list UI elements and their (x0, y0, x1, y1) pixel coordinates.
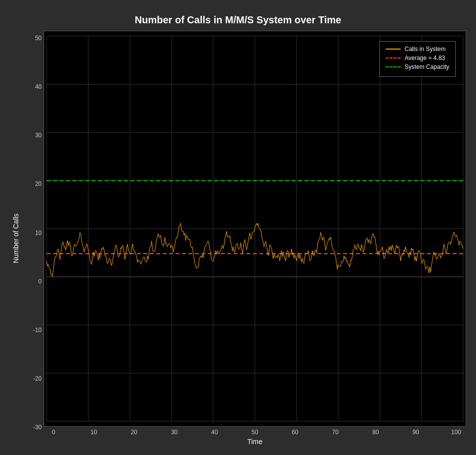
y-tick: 30 (35, 132, 42, 139)
x-tick: 100 (446, 429, 466, 436)
chart-plot-wrapper: Calls in System Average = 4.83 System Ca… (44, 31, 466, 446)
x-tick: 50 (245, 429, 265, 436)
x-tick: 90 (406, 429, 426, 436)
legend-label-average: Average = 4.83 (405, 55, 445, 61)
x-tick: 40 (205, 429, 225, 436)
legend-line-capacity (386, 66, 401, 67)
x-tick: 20 (124, 429, 144, 436)
legend-item-capacity: System Capacity (386, 63, 449, 70)
legend-item-calls: Calls in System (386, 46, 449, 53)
legend-label-calls: Calls in System (405, 46, 446, 53)
x-tick: 0 (44, 429, 63, 436)
x-tick: 60 (285, 429, 305, 436)
chart-plot: Calls in System Average = 4.83 System Ca… (44, 31, 466, 427)
y-tick: -30 (33, 424, 42, 431)
y-tick: 20 (35, 180, 42, 187)
y-tick: -10 (33, 327, 42, 334)
y-tick: 50 (35, 35, 42, 42)
y-axis-label: Number of Calls (10, 31, 22, 446)
legend: Calls in System Average = 4.83 System Ca… (379, 41, 456, 77)
x-tick: 80 (366, 429, 386, 436)
x-tick: 30 (165, 429, 184, 436)
y-tick: -20 (33, 375, 42, 382)
x-tick: 70 (325, 429, 345, 436)
chart-container: Number of Calls in M/M/S System over Tim… (10, 9, 466, 446)
legend-label-capacity: System Capacity (405, 63, 449, 70)
legend-line-calls (386, 49, 401, 50)
legend-line-average (386, 57, 401, 58)
legend-item-average: Average = 4.83 (386, 55, 449, 61)
chart-area: Number of Calls 50403020100-10-20-30 Cal… (10, 31, 466, 446)
y-tick: 40 (35, 83, 42, 90)
y-tick: 10 (35, 229, 42, 236)
x-axis-label: Time (44, 438, 466, 446)
x-tick: 10 (84, 429, 104, 436)
y-tick: 0 (38, 278, 42, 285)
x-axis-ticks: 0102030405060708090100 (44, 427, 466, 436)
chart-title: Number of Calls in M/M/S System over Tim… (135, 14, 341, 26)
y-axis-ticks: 50403020100-10-20-30 (24, 31, 44, 446)
